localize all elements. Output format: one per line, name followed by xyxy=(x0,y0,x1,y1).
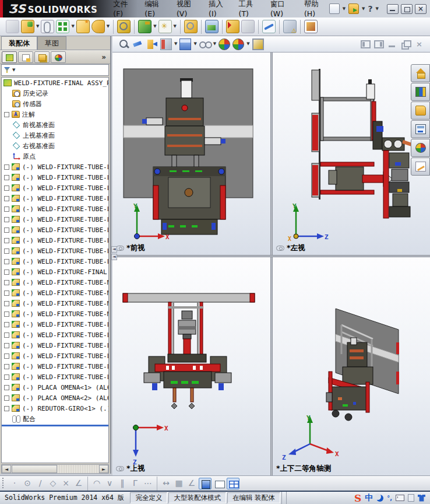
section-view-dropdown[interactable]: ▼ xyxy=(174,42,177,46)
explode-line-sketch-icon[interactable] xyxy=(262,20,276,33)
expand-toggle[interactable] xyxy=(4,238,9,243)
view-settings-icon[interactable] xyxy=(252,38,264,50)
splitter-collapse-arrow[interactable]: ◄ xyxy=(111,246,117,253)
design-library-tab[interactable] xyxy=(411,83,430,101)
splitter-collapse-arrow[interactable]: ◄ xyxy=(111,254,117,260)
tree-component[interactable]: (-) WELD-FIXTURE-TUBE-LIN xyxy=(2,246,108,256)
move-component-icon[interactable] xyxy=(117,20,131,33)
tree-component[interactable]: (-) WELD-FIXTURE-TUBE-LIN xyxy=(2,214,108,225)
doc-restore-button[interactable] xyxy=(401,40,411,48)
expand-toggle[interactable] xyxy=(4,312,9,317)
tree-item-annotations[interactable]: A 注解 xyxy=(2,109,108,120)
tree-root[interactable]: WELD-FIXTURE-FINAL ASSY_POS xyxy=(2,78,108,88)
expand-toggle[interactable] xyxy=(4,186,9,191)
tree-component[interactable]: (-) WELD-FIXTURE-TUBE-LIN xyxy=(2,340,108,351)
expand-toggle[interactable] xyxy=(4,301,9,306)
view-orientation-icon[interactable] xyxy=(179,38,191,50)
ime-clipboard-icon[interactable] xyxy=(408,494,414,502)
tree-component[interactable]: (-) WELD-FIXTURE-TUBE-LIN xyxy=(2,372,108,382)
expand-toggle[interactable] xyxy=(4,396,9,401)
expand-toggle[interactable] xyxy=(4,280,9,285)
feature-manager-tree-tab[interactable] xyxy=(2,51,17,63)
doc-minimize-button[interactable] xyxy=(387,40,397,48)
tree-component[interactable]: (-) WELD-FIXTURE-TUBE-LIN xyxy=(2,256,108,267)
tree-component[interactable]: (-) WELD-FIXTURE-TUBE-LIN xyxy=(2,361,108,372)
viewport-splitter-horizontal[interactable] xyxy=(112,255,430,257)
tree-component[interactable]: (-) WELD-FIXTURE-TUBE-MAC xyxy=(2,277,108,288)
tree-component[interactable]: (-) WELD-FIXTURE-TUBE-MAC xyxy=(2,309,108,319)
assembly-features-icon[interactable] xyxy=(138,20,151,33)
sketch-construction-icon[interactable]: ⋯ xyxy=(142,478,154,489)
viewport-front[interactable]: Y X *前视 xyxy=(112,52,270,255)
tree-component[interactable]: (-) WELD-FIXTURE-TUBE-LIN xyxy=(2,162,108,172)
minimize-button[interactable] xyxy=(387,4,399,14)
restore-button[interactable] xyxy=(401,4,413,14)
expand-toggle[interactable] xyxy=(4,112,9,117)
property-manager-tab[interactable] xyxy=(18,51,33,63)
configuration-manager-tab[interactable] xyxy=(34,51,50,63)
ime-skin-icon[interactable] xyxy=(418,495,425,502)
tree-item-sensors[interactable]: 传感器 xyxy=(2,99,108,109)
apply-scene-dropdown[interactable]: ▼ xyxy=(246,42,249,46)
ime-soft-keyboard-icon[interactable] xyxy=(396,495,404,501)
tree-component[interactable]: (-) WELD-FIXTURE-TUBE-LIN xyxy=(2,193,108,204)
rollback-bar[interactable] xyxy=(2,425,108,426)
sketch-parallel-icon[interactable]: ‖ xyxy=(117,478,128,489)
tree-filter-box[interactable]: ▼ xyxy=(1,64,109,76)
open-document-dropdown[interactable]: ▼ xyxy=(362,7,365,11)
close-button[interactable]: × xyxy=(415,4,427,14)
tab-assembly[interactable]: 装配体 xyxy=(1,36,37,50)
scroll-left-arrow[interactable]: ◄ xyxy=(2,465,11,473)
apply-scene-icon[interactable] xyxy=(232,38,244,50)
ime-punctuation-toggle[interactable]: °, xyxy=(387,495,392,501)
tree-component[interactable]: (-) WELD-FIXTURE-TUBE-LIN xyxy=(2,225,108,235)
tree-component[interactable]: (-) WELD-FIXTURE-TUBE-LIN xyxy=(2,235,108,246)
new-document-dropdown[interactable]: ▼ xyxy=(343,7,346,11)
sketch-arc-icon[interactable]: ◠ xyxy=(91,478,103,489)
open-component-dropdown[interactable]: ▼ xyxy=(36,24,39,29)
rotate-component-icon[interactable] xyxy=(91,20,105,33)
file-explorer-tab[interactable] xyxy=(411,102,430,120)
expand-toggle[interactable] xyxy=(4,249,9,254)
reference-geometry-icon[interactable] xyxy=(158,20,172,33)
sketch-line-icon[interactable]: / xyxy=(34,478,46,489)
tree-component[interactable]: (-) WELD-FIXTURE-TUBE-LIN xyxy=(2,351,108,361)
tree-component[interactable]: (-) WELD-FIXTURE-TUBE-MAC xyxy=(2,298,108,309)
ime-fullwidth-moon-icon[interactable] xyxy=(376,495,383,502)
tree-item-origin[interactable]: 原点 xyxy=(2,151,108,162)
display-shaded-button[interactable] xyxy=(199,478,212,489)
expand-toggle[interactable] xyxy=(4,206,9,212)
expand-toggle[interactable] xyxy=(4,175,9,180)
pattern-dropdown[interactable]: ▼ xyxy=(71,24,74,29)
ime-language-toggle[interactable]: 中 xyxy=(365,493,373,503)
display-style-dropdown[interactable]: ▼ xyxy=(213,42,216,46)
expand-toggle[interactable] xyxy=(4,406,9,411)
sketch-chamfer-icon[interactable]: ∠ xyxy=(73,478,84,489)
tree-horizontal-scrollbar[interactable]: ◄ ► xyxy=(1,464,109,474)
expand-toggle[interactable] xyxy=(4,228,9,233)
smart-fasteners-icon[interactable] xyxy=(76,20,90,33)
assembly-features-dropdown[interactable]: ▼ xyxy=(153,24,156,29)
tree-component[interactable]: (-) PLACA OMENA<2> (AL606 xyxy=(2,393,108,403)
tab-sketch[interactable]: 草图 xyxy=(37,36,66,50)
expand-toggle[interactable] xyxy=(4,270,9,275)
sketch-spline-icon[interactable]: ∨ xyxy=(104,478,115,489)
viewport-isometric[interactable]: Y X Z *上下二等角轴测 xyxy=(273,257,430,475)
image-frame-icon[interactable] xyxy=(304,20,318,33)
tree-item-front-plane[interactable]: 前视基准面 xyxy=(2,120,108,130)
previous-view-icon[interactable] xyxy=(146,38,158,50)
filter-dropdown[interactable]: ▼ xyxy=(12,68,15,72)
sketch-trim-icon[interactable]: × xyxy=(60,478,72,489)
scroll-track[interactable] xyxy=(58,465,99,473)
expand-toggle[interactable] xyxy=(4,385,9,390)
viewport-four-button[interactable] xyxy=(227,478,239,489)
tree-component[interactable]: (-) WELD-FIXTURE-TUBE-LIN xyxy=(2,204,108,214)
expand-toggle[interactable] xyxy=(4,290,9,296)
ime-sogou-icon[interactable]: S xyxy=(354,492,361,504)
expand-toggle[interactable] xyxy=(4,374,9,380)
attach-icon[interactable] xyxy=(41,20,54,33)
doc-close-button[interactable]: × xyxy=(414,40,424,48)
open-component-icon[interactable] xyxy=(21,20,34,33)
sketch-point-icon[interactable]: · xyxy=(9,478,20,489)
expand-toggle[interactable] xyxy=(4,343,9,348)
